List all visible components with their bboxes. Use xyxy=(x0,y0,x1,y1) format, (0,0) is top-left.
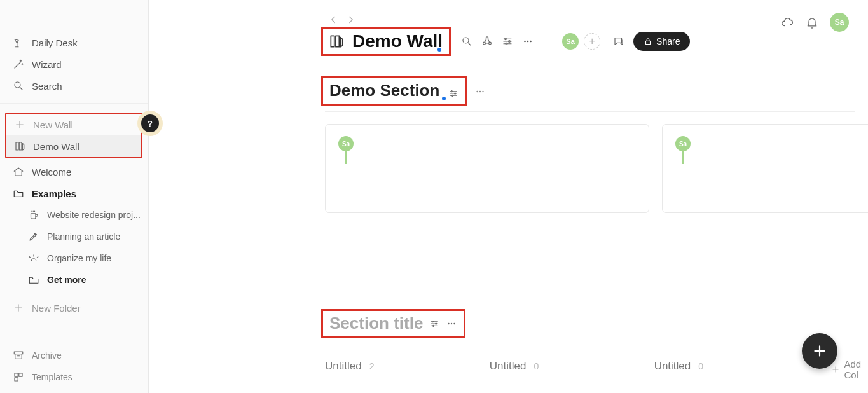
sidebar-item-welcome[interactable]: Welcome xyxy=(0,161,148,183)
avatar-initials: Sa xyxy=(679,141,687,148)
sidebar-subitem-organize[interactable]: Organize my life xyxy=(0,247,148,269)
sidebar-label: Daily Desk xyxy=(32,38,78,48)
column-title: Untitled xyxy=(325,360,362,373)
svg-point-12 xyxy=(524,41,526,43)
svg-point-0 xyxy=(15,82,20,88)
avatar-initials: Sa xyxy=(566,38,574,45)
svg-rect-3 xyxy=(19,373,22,376)
fab-add-button[interactable] xyxy=(802,333,837,369)
highlight-box-wall-title: Demo Wall xyxy=(321,27,451,56)
main-content: Sa Demo Wall Sa + xyxy=(149,0,868,393)
avatar-pin-stem xyxy=(345,151,347,164)
column-count: 0 xyxy=(698,361,703,371)
svg-point-5 xyxy=(463,38,469,43)
back-button[interactable] xyxy=(327,14,339,25)
card[interactable]: Sa xyxy=(325,124,649,213)
svg-point-20 xyxy=(479,90,481,92)
svg-point-27 xyxy=(454,322,455,324)
archive-icon xyxy=(13,350,24,361)
highlight-box-section-title-2: Section title xyxy=(321,309,465,338)
more-icon[interactable] xyxy=(474,86,486,97)
card[interactable]: Sa xyxy=(662,124,868,213)
cloud-icon[interactable] xyxy=(780,15,794,29)
sliders-icon[interactable] xyxy=(448,88,458,99)
column-title: Untitled xyxy=(490,360,527,373)
card-author-avatar: Sa xyxy=(675,136,691,151)
sidebar-label: Welcome xyxy=(32,167,71,177)
sidebar: Daily Desk Wizard Search New Wall xyxy=(0,0,149,393)
sidebar-label: Planning an article xyxy=(47,231,120,242)
home-icon xyxy=(13,166,24,177)
sidebar-label: Search xyxy=(32,81,62,92)
mug-icon xyxy=(28,209,39,221)
sidebar-item-archive[interactable]: Archive xyxy=(0,345,148,366)
lock-icon xyxy=(644,37,652,46)
avatar-initials: Sa xyxy=(342,141,350,148)
chat-icon[interactable] xyxy=(613,36,624,47)
sliders-icon[interactable] xyxy=(502,36,513,47)
svg-point-25 xyxy=(448,322,450,324)
more-icon[interactable] xyxy=(522,36,534,47)
wall-title[interactable]: Demo Wall xyxy=(352,31,443,52)
folder-icon xyxy=(28,274,39,286)
sliders-icon[interactable] xyxy=(429,319,439,329)
sidebar-subitem-getmore[interactable]: Get more xyxy=(0,269,148,291)
avatar-pin-stem xyxy=(682,151,684,164)
bell-icon[interactable] xyxy=(806,16,818,29)
sidebar-item-search[interactable]: Search xyxy=(0,75,148,97)
column-count: 2 xyxy=(369,361,375,371)
more-icon[interactable] xyxy=(446,318,457,329)
svg-point-26 xyxy=(451,322,452,324)
sidebar-label: Templates xyxy=(32,372,72,382)
section-title-placeholder[interactable]: Section title xyxy=(329,314,423,333)
svg-rect-4 xyxy=(15,378,18,381)
sidebar-item-templates[interactable]: Templates xyxy=(0,366,148,388)
sidebar-label: Get more xyxy=(47,275,86,285)
share-button[interactable]: Share xyxy=(633,32,690,51)
help-bubble-label: ? xyxy=(148,119,153,128)
highlight-box-section-title: Demo Section xyxy=(321,76,467,106)
card-author-avatar: Sa xyxy=(338,136,354,151)
user-avatar[interactable]: Sa xyxy=(830,13,849,32)
pencil-icon xyxy=(28,231,39,242)
sidebar-item-new-wall[interactable]: New Wall xyxy=(6,114,141,135)
sidebar-item-wizard[interactable]: Wizard xyxy=(0,53,148,75)
wall-icon xyxy=(14,141,25,152)
sidebar-label: New Wall xyxy=(33,120,73,130)
wand-icon xyxy=(13,59,24,70)
column-header[interactable]: Untitled 0 xyxy=(490,356,654,382)
help-bubble[interactable]: ? xyxy=(141,114,159,132)
sidebar-item-daily-desk[interactable]: Daily Desk xyxy=(0,32,148,53)
sidebar-label: New Folder xyxy=(32,303,81,314)
search-icon[interactable] xyxy=(461,36,472,47)
folder-icon xyxy=(13,188,24,199)
sidebar-item-examples[interactable]: Examples xyxy=(0,183,148,204)
svg-point-21 xyxy=(483,90,484,92)
divider xyxy=(325,111,855,112)
wall-icon xyxy=(328,33,345,50)
divider xyxy=(0,103,148,104)
svg-point-19 xyxy=(477,90,478,92)
sidebar-item-new-folder[interactable]: New Folder xyxy=(0,297,148,319)
collaborator-avatar[interactable]: Sa xyxy=(562,33,579,50)
column-header[interactable]: Untitled 0 xyxy=(654,356,819,382)
search-icon xyxy=(13,80,24,92)
share-label: Share xyxy=(656,36,680,46)
sidebar-label: Demo Wall xyxy=(33,141,79,152)
sidebar-label: Organize my life xyxy=(47,253,111,263)
divider xyxy=(548,34,548,49)
section-title[interactable]: Demo Section xyxy=(329,81,439,100)
lamp-icon xyxy=(13,37,24,48)
nav-arrows xyxy=(327,14,357,25)
svg-rect-1 xyxy=(14,352,23,354)
sunrise-icon xyxy=(28,252,39,264)
avatar-initials: Sa xyxy=(835,18,844,27)
column-header[interactable]: Untitled 2 xyxy=(325,356,490,382)
graph-icon[interactable] xyxy=(481,36,493,47)
add-collaborator-button[interactable]: + xyxy=(584,33,600,50)
sidebar-item-demo-wall[interactable]: Demo Wall xyxy=(6,135,141,157)
sidebar-subitem-planning[interactable]: Planning an article xyxy=(0,226,148,247)
templates-icon xyxy=(13,371,24,383)
sidebar-subitem-redesign[interactable]: Website redesign proj... xyxy=(0,204,148,226)
forward-button[interactable] xyxy=(345,14,357,25)
